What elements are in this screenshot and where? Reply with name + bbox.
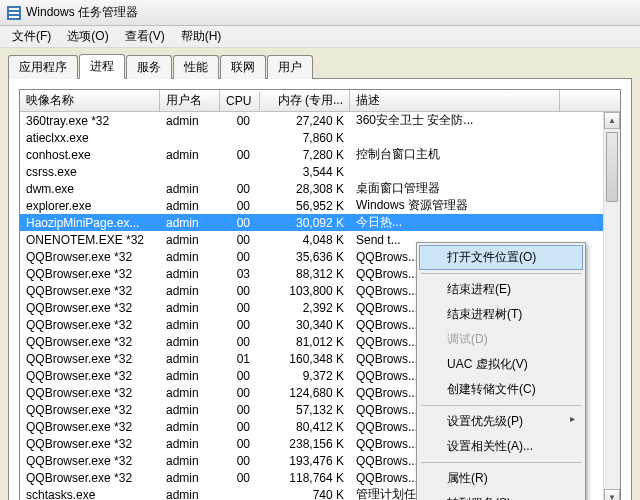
cell-name: schtasks.exe: [20, 488, 160, 501]
cell-mem: 7,280 K: [260, 148, 350, 162]
tab-users[interactable]: 用户: [267, 55, 313, 79]
cell-cpu: 00: [220, 471, 260, 485]
cell-desc: 桌面窗口管理器: [350, 180, 560, 197]
cell-cpu: 00: [220, 148, 260, 162]
menu-view[interactable]: 查看(V): [117, 26, 173, 47]
cell-cpu: 00: [220, 216, 260, 230]
cell-name: atieclxx.exe: [20, 131, 160, 145]
table-row[interactable]: explorer.exeadmin0056,952 KWindows 资源管理器: [20, 197, 620, 214]
cell-cpu: 01: [220, 352, 260, 366]
cell-name: QQBrowser.exe *32: [20, 471, 160, 485]
cell-cpu: 00: [220, 199, 260, 213]
cell-user: admin: [160, 250, 220, 264]
cell-mem: 88,312 K: [260, 267, 350, 281]
cell-cpu: 00: [220, 437, 260, 451]
col-name[interactable]: 映像名称: [20, 90, 160, 111]
cell-user: admin: [160, 267, 220, 281]
svg-rect-3: [9, 16, 19, 18]
cell-mem: 4,048 K: [260, 233, 350, 247]
cell-cpu: 00: [220, 454, 260, 468]
cell-name: csrss.exe: [20, 165, 160, 179]
svg-rect-1: [9, 8, 19, 10]
cell-cpu: 03: [220, 267, 260, 281]
ctx-goto-services[interactable]: 转到服务(S): [419, 491, 583, 500]
cell-mem: 7,860 K: [260, 131, 350, 145]
col-desc[interactable]: 描述: [350, 90, 560, 111]
table-row[interactable]: HaozipMiniPage.ex...admin0030,092 K今日热..…: [20, 214, 620, 231]
ctx-open-file-location[interactable]: 打开文件位置(O): [419, 245, 583, 270]
scroll-up-button[interactable]: ▲: [604, 112, 620, 129]
cell-cpu: 00: [220, 182, 260, 196]
cell-name: QQBrowser.exe *32: [20, 403, 160, 417]
col-user[interactable]: 用户名: [160, 90, 220, 111]
window-title: Windows 任务管理器: [26, 4, 138, 21]
column-headers: 映像名称 用户名 CPU 内存 (专用... 描述: [20, 90, 620, 112]
cell-mem: 28,308 K: [260, 182, 350, 196]
cell-name: ONENOTEM.EXE *32: [20, 233, 160, 247]
cell-cpu: 00: [220, 250, 260, 264]
cell-name: dwm.exe: [20, 182, 160, 196]
col-mem[interactable]: 内存 (专用...: [260, 90, 350, 111]
cell-mem: 27,240 K: [260, 114, 350, 128]
cell-name: QQBrowser.exe *32: [20, 369, 160, 383]
table-row[interactable]: atieclxx.exe7,860 K: [20, 129, 620, 146]
ctx-separator: [421, 462, 581, 463]
tab-processes[interactable]: 进程: [79, 54, 125, 79]
titlebar: Windows 任务管理器: [0, 0, 640, 26]
ctx-set-affinity[interactable]: 设置相关性(A)...: [419, 434, 583, 459]
ctx-properties[interactable]: 属性(R): [419, 466, 583, 491]
cell-user: admin: [160, 437, 220, 451]
cell-user: admin: [160, 233, 220, 247]
processes-panel: 映像名称 用户名 CPU 内存 (专用... 描述 360tray.exe *3…: [8, 78, 632, 500]
cell-user: admin: [160, 420, 220, 434]
scroll-thumb[interactable]: [606, 132, 618, 202]
menu-file[interactable]: 文件(F): [4, 26, 59, 47]
cell-name: 360tray.exe *32: [20, 114, 160, 128]
ctx-uac-virtualization[interactable]: UAC 虚拟化(V): [419, 352, 583, 377]
cell-mem: 9,372 K: [260, 369, 350, 383]
cell-mem: 30,340 K: [260, 318, 350, 332]
cell-cpu: 00: [220, 318, 260, 332]
menu-help[interactable]: 帮助(H): [173, 26, 230, 47]
cell-name: explorer.exe: [20, 199, 160, 213]
cell-user: admin: [160, 148, 220, 162]
cell-name: QQBrowser.exe *32: [20, 284, 160, 298]
cell-cpu: 00: [220, 335, 260, 349]
cell-user: admin: [160, 284, 220, 298]
cell-name: QQBrowser.exe *32: [20, 335, 160, 349]
tab-performance[interactable]: 性能: [173, 55, 219, 79]
ctx-end-process[interactable]: 结束进程(E): [419, 277, 583, 302]
cell-mem: 81,012 K: [260, 335, 350, 349]
cell-mem: 160,348 K: [260, 352, 350, 366]
ctx-set-priority[interactable]: 设置优先级(P): [419, 409, 583, 434]
cell-user: admin: [160, 454, 220, 468]
tab-applications[interactable]: 应用程序: [8, 55, 78, 79]
table-row[interactable]: dwm.exeadmin0028,308 K桌面窗口管理器: [20, 180, 620, 197]
cell-mem: 2,392 K: [260, 301, 350, 315]
cell-user: admin: [160, 488, 220, 501]
cell-name: QQBrowser.exe *32: [20, 420, 160, 434]
cell-mem: 80,412 K: [260, 420, 350, 434]
cell-cpu: 00: [220, 233, 260, 247]
ctx-create-dump[interactable]: 创建转储文件(C): [419, 377, 583, 402]
cell-cpu: 00: [220, 403, 260, 417]
cell-mem: 56,952 K: [260, 199, 350, 213]
menu-options[interactable]: 选项(O): [59, 26, 116, 47]
cell-user: admin: [160, 386, 220, 400]
process-listview: 映像名称 用户名 CPU 内存 (专用... 描述 360tray.exe *3…: [19, 89, 621, 500]
table-row[interactable]: conhost.exeadmin007,280 K控制台窗口主机: [20, 146, 620, 163]
table-row[interactable]: 360tray.exe *32admin0027,240 K360安全卫士 安全…: [20, 112, 620, 129]
tab-networking[interactable]: 联网: [220, 55, 266, 79]
context-menu: 打开文件位置(O) 结束进程(E) 结束进程树(T) 调试(D) UAC 虚拟化…: [416, 242, 586, 500]
table-row[interactable]: csrss.exe3,544 K: [20, 163, 620, 180]
cell-name: QQBrowser.exe *32: [20, 454, 160, 468]
cell-name: QQBrowser.exe *32: [20, 318, 160, 332]
vertical-scrollbar[interactable]: ▲ ▼: [603, 112, 620, 500]
col-cpu[interactable]: CPU: [220, 92, 260, 110]
scroll-down-button[interactable]: ▼: [604, 489, 620, 500]
cell-mem: 35,636 K: [260, 250, 350, 264]
cell-name: QQBrowser.exe *32: [20, 386, 160, 400]
cell-name: QQBrowser.exe *32: [20, 437, 160, 451]
ctx-end-process-tree[interactable]: 结束进程树(T): [419, 302, 583, 327]
tab-services[interactable]: 服务: [126, 55, 172, 79]
